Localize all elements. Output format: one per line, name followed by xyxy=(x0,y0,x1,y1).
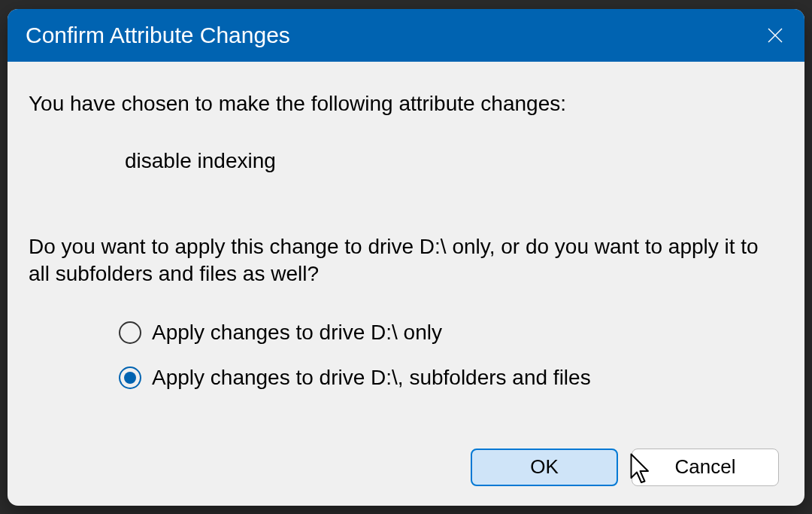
radio-apply-subfolders[interactable]: Apply changes to drive D:\, subfolders a… xyxy=(119,366,783,390)
radio-label-subfolders: Apply changes to drive D:\, subfolders a… xyxy=(152,366,591,390)
cancel-button[interactable]: Cancel xyxy=(632,449,779,486)
radio-icon-selected xyxy=(119,366,141,389)
close-button[interactable] xyxy=(746,9,804,62)
dialog-title: Confirm Attribute Changes xyxy=(26,23,290,48)
confirm-attribute-changes-dialog: Confirm Attribute Changes You have chose… xyxy=(8,9,804,506)
dialog-content: You have chosen to make the following at… xyxy=(8,62,804,506)
attribute-change-item: disable indexing xyxy=(125,149,783,173)
close-icon xyxy=(766,26,784,44)
dialog-button-row: OK Cancel xyxy=(29,449,783,486)
radio-icon-unselected xyxy=(119,321,141,344)
radio-apply-drive-only[interactable]: Apply changes to drive D:\ only xyxy=(119,321,783,345)
prompt-apply-scope: Do you want to apply this change to driv… xyxy=(29,233,783,288)
titlebar: Confirm Attribute Changes xyxy=(8,9,804,62)
radio-label-drive-only: Apply changes to drive D:\ only xyxy=(152,321,442,345)
ok-button[interactable]: OK xyxy=(471,449,618,486)
prompt-chosen-changes: You have chosen to make the following at… xyxy=(29,92,783,116)
